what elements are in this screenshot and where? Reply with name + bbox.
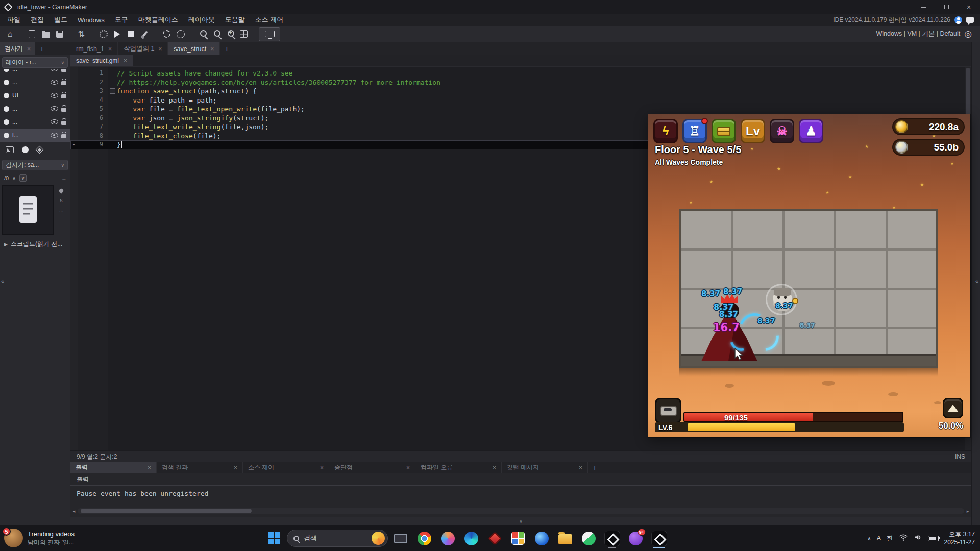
- open-project-icon[interactable]: [39, 27, 53, 41]
- app-green-icon[interactable]: [578, 528, 599, 549]
- level-icon[interactable]: Lv: [741, 119, 765, 143]
- enemy-icon[interactable]: ☠: [770, 119, 794, 143]
- layer-row[interactable]: ...: [0, 76, 70, 89]
- close-icon[interactable]: ×: [406, 464, 410, 471]
- debug-icon[interactable]: [138, 27, 152, 41]
- minimize-button[interactable]: [913, 0, 935, 14]
- volume-icon[interactable]: [914, 533, 922, 543]
- stop-icon[interactable]: [124, 27, 138, 41]
- more-icon[interactable]: ...: [59, 208, 63, 213]
- file-explorer-icon[interactable]: [554, 528, 576, 549]
- game-window[interactable]: ★★★★★★★★★★★★★ ϟ♖Lv☠♟ 220.8a55.0b Floor 5…: [648, 114, 970, 437]
- output-scrollbar[interactable]: ◂ ▸: [71, 508, 970, 514]
- panel-collapse-strip[interactable]: ∨: [70, 517, 971, 525]
- zoom-reset-icon[interactable]: [209, 27, 223, 41]
- menu-item-소스 제어[interactable]: 소스 제어: [250, 14, 289, 26]
- code-line[interactable]: 3−function save_struct(path,struct) {: [70, 87, 965, 96]
- run-icon[interactable]: [110, 27, 124, 41]
- visibility-icon[interactable]: [51, 69, 58, 71]
- nav-up-button[interactable]: ∧: [12, 176, 16, 181]
- close-icon[interactable]: ×: [124, 57, 127, 64]
- menu-item-도구[interactable]: 도구: [110, 14, 133, 26]
- maximize-button[interactable]: [935, 0, 958, 14]
- game-red-icon[interactable]: [484, 528, 505, 549]
- scrollbar-thumb[interactable]: [81, 509, 252, 513]
- new-project-icon[interactable]: [25, 27, 39, 41]
- lock-icon[interactable]: [61, 108, 66, 112]
- layer-row[interactable]: UI: [0, 89, 70, 102]
- import-export-icon[interactable]: ⇅: [75, 27, 88, 41]
- asset-layer-icon[interactable]: [36, 146, 44, 154]
- tab-출력[interactable]: 출력×: [70, 462, 157, 473]
- script-preview[interactable]: [2, 185, 54, 235]
- layer-row[interactable]: l...: [0, 129, 70, 142]
- close-icon[interactable]: ×: [148, 464, 151, 471]
- menu-item-파일[interactable]: 파일: [2, 14, 26, 26]
- visibility-icon[interactable]: [51, 106, 58, 111]
- clean-icon[interactable]: [96, 27, 110, 41]
- visibility-icon[interactable]: [51, 133, 58, 138]
- pin-icon[interactable]: [58, 188, 64, 193]
- add-tab-button[interactable]: +: [35, 42, 48, 55]
- menu-item-마켓플레이스[interactable]: 마켓플레이스: [133, 14, 183, 26]
- fold-icon[interactable]: −: [110, 88, 115, 94]
- idle-tower-app-icon[interactable]: [648, 528, 670, 549]
- search-highlight-icon[interactable]: [372, 532, 385, 545]
- scroll-right-icon[interactable]: ▸: [965, 509, 970, 514]
- currency-gold[interactable]: 220.8a: [892, 118, 965, 135]
- menu-item-빌드[interactable]: 빌드: [49, 14, 72, 26]
- lock-icon[interactable]: [61, 69, 66, 72]
- resource-label[interactable]: ▶ 스크립트(읽기 전...: [0, 235, 70, 253]
- scrollbar-track[interactable]: [78, 508, 964, 514]
- damage-icon[interactable]: ϟ: [653, 119, 678, 143]
- game-options-icon[interactable]: [160, 27, 174, 41]
- add-tab-button[interactable]: +: [588, 462, 601, 473]
- target-device-icon[interactable]: [259, 27, 280, 41]
- visibility-icon[interactable]: [51, 93, 58, 98]
- zoom-in-icon[interactable]: [223, 27, 237, 41]
- chrome-icon[interactable]: [413, 528, 435, 549]
- tab-컴파일 오류[interactable]: 컴파일 오류×: [415, 462, 502, 473]
- layer-dropdown[interactable]: 레이어 - r... ∨: [2, 57, 68, 68]
- edge-icon[interactable]: [460, 528, 482, 549]
- clock[interactable]: 오후 3:17 2025-11-27: [944, 530, 975, 546]
- economy-icon[interactable]: [712, 119, 736, 143]
- file-tab[interactable]: save_struct.gml ×: [70, 55, 133, 66]
- nav-down-button[interactable]: ∨: [19, 174, 27, 182]
- menu-icon[interactable]: ≡: [62, 174, 66, 182]
- lock-icon[interactable]: [61, 121, 66, 125]
- tab-save_struct[interactable]: save_struct×: [168, 42, 220, 55]
- tab-작업열의 1[interactable]: 작업열의 1×: [118, 42, 168, 55]
- home-icon[interactable]: ⌂: [3, 27, 17, 41]
- tab-검색 결과[interactable]: 검색 결과×: [157, 462, 243, 473]
- layer-row[interactable]: ...: [0, 115, 70, 129]
- microsoft-store-icon[interactable]: [507, 528, 529, 549]
- help-icon[interactable]: [174, 27, 187, 41]
- taskview-icon[interactable]: [390, 528, 411, 549]
- tab-inspector[interactable]: 검사기 ×: [0, 42, 35, 55]
- tab-소스 제어[interactable]: 소스 제어×: [243, 462, 329, 473]
- account-icon[interactable]: [954, 16, 962, 24]
- collapse-left-icon[interactable]: «: [1, 278, 4, 284]
- background-layer-icon[interactable]: [6, 146, 14, 153]
- code-line[interactable]: 1// Script assets have changed for v2.3.…: [70, 69, 965, 78]
- zoom-out-icon[interactable]: [195, 27, 209, 41]
- menu-item-레이아웃[interactable]: 레이아웃: [183, 14, 220, 26]
- code-line[interactable]: 4 var file_path = path;: [70, 96, 965, 105]
- ime-korean-indicator[interactable]: 한: [887, 534, 893, 543]
- visibility-icon[interactable]: [51, 119, 58, 124]
- messages-icon[interactable]: 9+: [625, 528, 646, 549]
- people-icon[interactable]: [437, 528, 458, 549]
- inspector-dropdown[interactable]: 검사기: sa... ∨: [2, 160, 68, 170]
- tab-rm_fish_1[interactable]: rm_fish_1×: [70, 42, 118, 55]
- visibility-icon[interactable]: [51, 80, 58, 85]
- layer-row[interactable]: ...: [0, 102, 70, 115]
- battery-icon[interactable]: [928, 536, 939, 541]
- notification-widget[interactable]: 5 Trending videos 남미의 진짜 '일...: [4, 529, 75, 547]
- add-tab-button[interactable]: +: [220, 42, 233, 55]
- close-icon[interactable]: ×: [108, 45, 112, 53]
- menu-item-편집[interactable]: 편집: [26, 14, 49, 26]
- windows-grid-icon[interactable]: [237, 27, 251, 41]
- upgrade-button[interactable]: [943, 398, 963, 418]
- lock-icon[interactable]: [61, 81, 66, 85]
